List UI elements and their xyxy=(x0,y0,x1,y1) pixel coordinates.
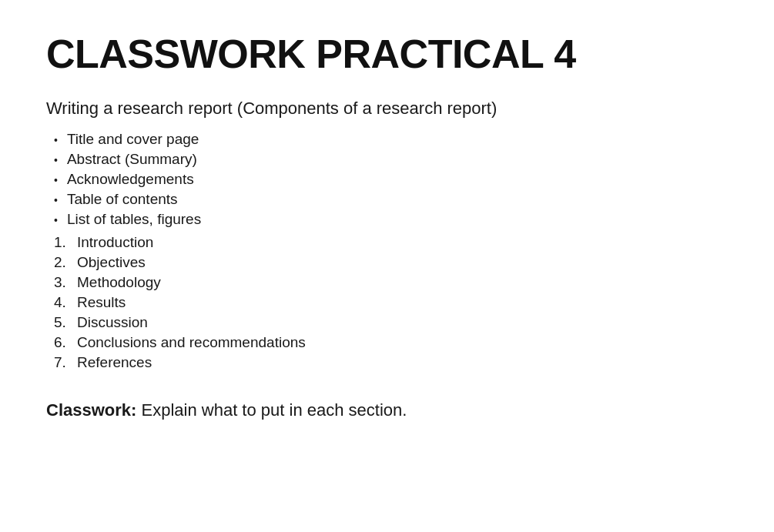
numbered-item-2: Objectives xyxy=(77,254,146,271)
list-item: 5. Discussion xyxy=(54,313,728,333)
bullet-item-2: Abstract (Summary) xyxy=(67,151,197,168)
list-number: 7. xyxy=(54,354,77,371)
list-item: 3. Methodology xyxy=(54,273,728,293)
numbered-item-4: Results xyxy=(77,294,126,311)
list-item: 4. Results xyxy=(54,293,728,313)
bullet-item-4: Table of contents xyxy=(67,191,178,208)
list-number: 4. xyxy=(54,294,77,311)
list-item: 6. Conclusions and recommendations xyxy=(54,333,728,353)
bullet-item-1: Title and cover page xyxy=(67,131,199,148)
list-item: Abstract (Summary) xyxy=(54,149,728,169)
list-number: 1. xyxy=(54,234,77,251)
classwork-section: Classwork: Explain what to put in each s… xyxy=(46,400,728,420)
list-item: 2. Objectives xyxy=(54,253,728,273)
list-number: 5. xyxy=(54,314,77,331)
list-number: 3. xyxy=(54,274,77,291)
bullet-item-5: List of tables, figures xyxy=(67,211,201,228)
numbered-item-5: Discussion xyxy=(77,314,148,331)
numbered-item-6: Conclusions and recommendations xyxy=(77,334,306,351)
numbered-item-3: Methodology xyxy=(77,274,161,291)
list-item: 1. Introduction xyxy=(54,233,728,253)
list-item: Title and cover page xyxy=(54,129,728,149)
list-number: 2. xyxy=(54,254,77,271)
numbered-item-1: Introduction xyxy=(77,234,153,251)
classwork-label: Classwork: xyxy=(46,400,136,420)
subtitle: Writing a research report (Components of… xyxy=(46,99,728,119)
classwork-text: Explain what to put in each section. xyxy=(136,400,407,420)
list-item: Table of contents xyxy=(54,189,728,209)
list-item: 7. References xyxy=(54,353,728,373)
numbered-item-7: References xyxy=(77,354,152,371)
list-number: 6. xyxy=(54,334,77,351)
list-item: Acknowledgements xyxy=(54,169,728,189)
main-title: CLASSWORK PRACTICAL 4 xyxy=(46,31,728,77)
bullet-item-3: Acknowledgements xyxy=(67,171,194,188)
numbered-list: 1. Introduction 2. Objectives 3. Methodo… xyxy=(46,233,728,373)
bullet-list: Title and cover page Abstract (Summary) … xyxy=(46,129,728,229)
list-item: List of tables, figures xyxy=(54,209,728,229)
